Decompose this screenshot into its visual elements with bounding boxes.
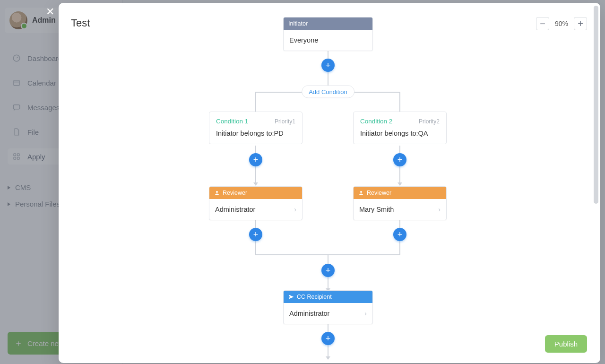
condition-description: Initiator belongs to:QA (360, 130, 440, 137)
node-body: Administrator › (209, 199, 302, 220)
chevron-right-icon: › (364, 310, 367, 317)
cc-name: Administrator (289, 310, 329, 317)
node-header-label: CC Recipient (297, 294, 332, 300)
connector (399, 92, 400, 112)
publish-button[interactable]: Publish (545, 335, 587, 353)
connector (255, 92, 256, 112)
condition-header: Condition 2 Priority2 (360, 118, 440, 125)
arrow-down-icon (326, 356, 330, 360)
condition-priority: Priority1 (275, 118, 295, 125)
arrow-down-icon (398, 182, 402, 186)
svg-point-7 (216, 191, 218, 193)
node-header-label: Initiator (288, 20, 308, 27)
node-header: Initiator (284, 17, 372, 30)
svg-point-8 (360, 191, 362, 193)
condition-name: Condition 2 (360, 118, 392, 125)
add-step-button[interactable]: + (249, 228, 262, 241)
condition-description: Initiator belongs to:PD (216, 130, 295, 137)
add-step-button[interactable]: + (393, 228, 406, 241)
add-step-button[interactable]: + (321, 59, 335, 72)
node-body: Mary Smith › (354, 199, 446, 220)
reviewer-name: Mary Smith (359, 206, 394, 213)
close-icon[interactable]: ✕ (44, 7, 56, 18)
reviewer-name: Administrator (215, 206, 255, 213)
cc-recipient-node[interactable]: CC Recipient Administrator › (283, 290, 373, 324)
node-body-text: Everyone (289, 36, 318, 44)
send-icon (288, 294, 294, 300)
chevron-right-icon: › (438, 206, 441, 213)
add-step-button[interactable]: + (321, 264, 335, 277)
reviewer-node[interactable]: Reviewer Administrator › (209, 186, 302, 220)
publish-label: Publish (554, 340, 578, 348)
user-icon (358, 190, 364, 196)
node-header: CC Recipient (284, 291, 372, 303)
chevron-right-icon: › (294, 206, 296, 213)
initiator-node[interactable]: Initiator Everyone (283, 17, 373, 51)
add-step-button[interactable]: + (321, 332, 335, 345)
workflow-panel: Test − 90% + I (59, 3, 600, 363)
add-condition-label: Add Condition (309, 88, 347, 95)
node-body: Administrator › (284, 303, 372, 324)
node-header: Reviewer (354, 187, 446, 199)
condition-header: Condition 1 Priority1 (216, 118, 295, 125)
workflow-canvas: Initiator Everyone + Add Condition Condi… (59, 3, 600, 363)
add-step-button[interactable]: + (249, 153, 262, 166)
node-header-label: Reviewer (223, 190, 247, 196)
node-body: Everyone (284, 30, 372, 51)
condition-priority: Priority2 (419, 118, 440, 125)
arrow-down-icon (253, 182, 258, 186)
node-header: Reviewer (209, 187, 302, 199)
add-step-button[interactable]: + (393, 153, 406, 166)
user-icon (214, 190, 220, 196)
node-header-label: Reviewer (367, 190, 391, 196)
add-condition-button[interactable]: Add Condition (302, 86, 354, 98)
condition-node[interactable]: Condition 1 Priority1 Initiator belongs … (209, 112, 302, 144)
reviewer-node[interactable]: Reviewer Mary Smith › (353, 186, 447, 220)
condition-node[interactable]: Condition 2 Priority2 Initiator belongs … (353, 112, 447, 144)
condition-name: Condition 1 (216, 118, 248, 125)
